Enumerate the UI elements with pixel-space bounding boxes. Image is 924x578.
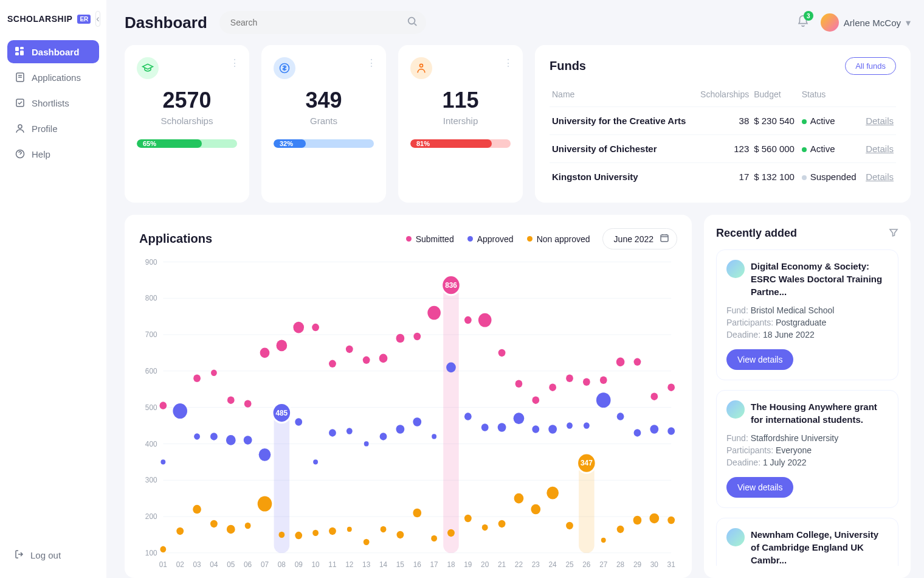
- svg-text:12: 12: [345, 560, 353, 568]
- svg-text:09: 09: [295, 560, 303, 568]
- filter-button[interactable]: [889, 228, 898, 240]
- svg-point-97: [194, 433, 200, 439]
- svg-point-119: [567, 422, 573, 428]
- sidebar-item-shortlists[interactable]: Shortlists: [7, 91, 99, 114]
- logo-text: SCHOLARSHIP: [7, 14, 72, 24]
- svg-point-10: [420, 64, 423, 67]
- sidebar-item-label: Help: [32, 149, 50, 159]
- period-picker[interactable]: June 2022: [602, 228, 677, 249]
- svg-point-128: [193, 505, 201, 514]
- svg-point-109: [396, 425, 405, 434]
- col-status: Status: [799, 85, 862, 107]
- fund-status: Active: [799, 107, 862, 135]
- svg-point-67: [211, 370, 217, 376]
- svg-text:14: 14: [379, 560, 387, 568]
- svg-point-103: [295, 418, 302, 425]
- svg-point-108: [380, 433, 387, 440]
- item-participants: Participants: Everyone: [726, 445, 888, 455]
- svg-point-84: [498, 349, 506, 357]
- svg-point-134: [295, 532, 302, 539]
- svg-point-8: [409, 18, 415, 24]
- sidebar-item-help[interactable]: Help: [7, 142, 99, 165]
- svg-text:485: 485: [276, 408, 288, 417]
- fund-name: University of Chichester: [550, 135, 695, 163]
- svg-point-140: [396, 531, 404, 538]
- recent-list[interactable]: Digital Economy & Society: ESRC Wales Do…: [716, 249, 905, 566]
- svg-text:26: 26: [582, 560, 590, 568]
- sidebar-item-applications[interactable]: Applications: [7, 66, 99, 89]
- svg-text:16: 16: [413, 560, 421, 568]
- user-menu[interactable]: Arlene McCoy ▾: [821, 13, 911, 32]
- avatar: [821, 13, 839, 32]
- svg-point-127: [176, 528, 184, 535]
- charts-row: Applications Submitted Approved Non appr…: [125, 215, 911, 578]
- item-avatar: [726, 400, 745, 419]
- svg-point-131: [245, 523, 251, 529]
- svg-point-110: [413, 417, 421, 427]
- svg-point-70: [260, 348, 270, 358]
- svg-point-146: [498, 520, 506, 528]
- svg-text:01: 01: [159, 560, 167, 568]
- svg-text:21: 21: [498, 560, 506, 568]
- svg-text:100: 100: [145, 549, 157, 557]
- svg-point-114: [481, 423, 489, 431]
- svg-point-136: [329, 528, 336, 535]
- view-details-button[interactable]: View details: [726, 349, 793, 370]
- logout-button[interactable]: Log out: [7, 543, 99, 567]
- svg-point-150: [566, 522, 573, 529]
- sidebar-item-profile[interactable]: Profile: [7, 117, 99, 140]
- svg-text:25: 25: [565, 560, 573, 568]
- funds-card: Funds All funds Name Scholarships Budget…: [535, 45, 911, 203]
- details-link[interactable]: Details: [866, 144, 894, 154]
- item-title: Newnham College, University of Cambridge…: [751, 528, 888, 566]
- fund-status: Suspended: [799, 163, 862, 191]
- collapse-sidebar-button[interactable]: ‹: [95, 11, 100, 27]
- svg-point-88: [566, 375, 573, 382]
- chevron-left-icon: ‹: [96, 13, 99, 24]
- svg-text:27: 27: [599, 560, 607, 568]
- svg-point-154: [633, 516, 642, 525]
- stat-label: Intership: [410, 116, 511, 126]
- topbar-right: 3 Arlene McCoy ▾: [796, 13, 911, 32]
- svg-point-133: [278, 532, 284, 538]
- sidebar-item-label: Dashboard: [32, 47, 79, 57]
- svg-point-93: [650, 392, 658, 400]
- svg-text:20: 20: [481, 560, 489, 568]
- svg-point-125: [667, 427, 675, 434]
- svg-point-79: [413, 333, 421, 340]
- svg-text:600: 600: [145, 367, 157, 375]
- document-icon: [15, 72, 26, 83]
- more-button[interactable]: ⋮: [503, 57, 513, 69]
- details-link[interactable]: Details: [866, 172, 894, 182]
- svg-point-155: [649, 514, 659, 524]
- fund-scholarships: 17: [695, 163, 752, 191]
- notification-count: 3: [804, 11, 813, 21]
- more-button[interactable]: ⋮: [367, 57, 376, 69]
- svg-point-135: [312, 530, 319, 536]
- search-input[interactable]: [219, 11, 426, 34]
- svg-text:06: 06: [244, 560, 252, 568]
- details-link[interactable]: Details: [866, 116, 894, 126]
- svg-point-117: [532, 425, 539, 433]
- stat-value: 349: [274, 88, 374, 113]
- svg-text:28: 28: [616, 560, 624, 568]
- more-button[interactable]: ⋮: [230, 57, 240, 69]
- progress-bar: 32%: [274, 139, 374, 148]
- checklist-icon: [15, 97, 26, 108]
- svg-text:05: 05: [227, 560, 235, 568]
- notifications-button[interactable]: 3: [796, 15, 810, 30]
- table-row: University of Chichester 123 $ 560 000 A…: [550, 135, 896, 163]
- svg-point-129: [210, 520, 218, 528]
- svg-point-64: [159, 402, 167, 409]
- legend-approved: Approved: [467, 234, 514, 244]
- all-funds-button[interactable]: All funds: [845, 57, 896, 75]
- stat-card-intership: ⋮ 115 Intership 81%: [398, 45, 523, 203]
- svg-point-152: [601, 538, 606, 543]
- sidebar-item-dashboard[interactable]: Dashboard: [7, 40, 99, 63]
- svg-rect-62: [443, 285, 459, 553]
- svg-point-66: [193, 375, 201, 382]
- svg-point-73: [312, 324, 319, 331]
- view-details-button[interactable]: View details: [726, 477, 793, 498]
- svg-point-107: [364, 441, 369, 446]
- svg-rect-3: [20, 50, 24, 55]
